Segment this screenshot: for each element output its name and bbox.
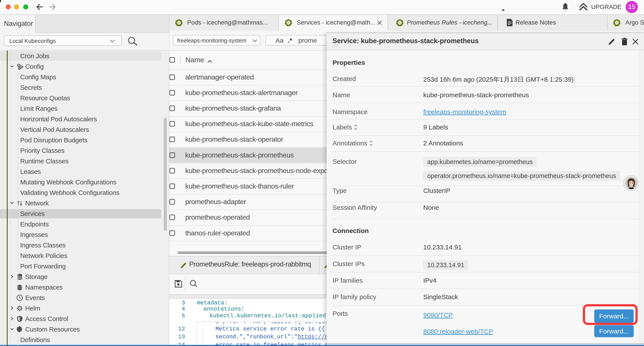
- svg-text:HELM: HELM: [17, 307, 22, 310]
